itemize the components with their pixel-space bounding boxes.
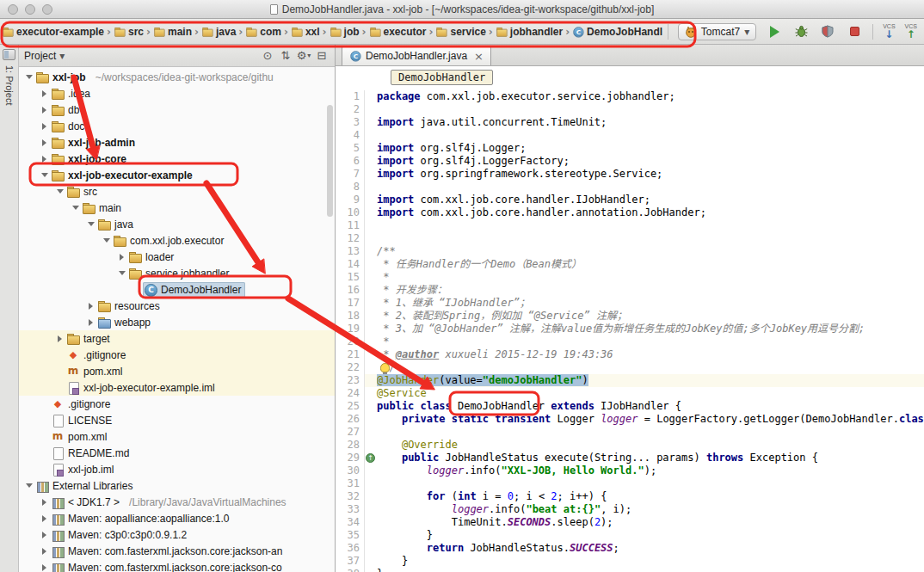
code-text: import org.slf4j.Logger; [377,142,924,155]
chevron-right-icon[interactable] [40,564,49,571]
code-line: 4 [336,129,924,142]
breadcrumb-item[interactable]: main [153,26,192,38]
breadcrumb-item[interactable]: executor-example [2,26,104,38]
chevron-right-icon[interactable] [40,499,49,506]
gutter-spacer [365,439,377,452]
tree-item[interactable]: External Libraries [19,477,335,494]
chevron-right-icon[interactable] [86,303,95,310]
chevron-down-icon[interactable] [102,238,111,243]
breadcrumb-item[interactable]: job [330,26,360,38]
tree-item[interactable]: db [19,101,335,118]
tree-item[interactable]: xxl-job.iml [19,461,335,477]
tree-item[interactable]: LICENSE [19,412,335,428]
chevron-down-icon[interactable] [71,206,80,210]
tree-item[interactable]: xxl-job~/workspaces/idea-git-workspace/g… [19,69,335,85]
tree-item-hint: /Library/Java/JavaVirtualMachines [129,496,286,508]
tree-item[interactable]: Maven: aopalliance:aopalliance:1.0 [19,510,335,526]
chevron-right-icon[interactable] [86,319,95,326]
chevron-down-icon[interactable] [40,173,49,177]
tree-item[interactable]: resources [19,298,335,314]
gear-icon[interactable]: ⚙▾ [296,48,311,64]
chevron-right-icon[interactable] [40,532,49,538]
tree-item[interactable]: .idea [19,85,335,101]
tree-item[interactable]: DemoJobHandler [19,281,335,298]
tree-item[interactable]: .gitignore [19,347,335,363]
chevron-down-icon[interactable] [55,189,65,194]
hide-panel-icon[interactable]: ⊟ [314,48,330,64]
code-line: 24@Service [336,387,924,400]
locate-file-icon[interactable]: ⊙ [260,48,275,64]
chevron-right-icon[interactable] [117,254,126,261]
chevron-right-icon[interactable] [40,156,49,163]
breadcrumb-item[interactable]: com [245,26,281,38]
debug-button[interactable] [792,23,810,40]
collapse-all-icon[interactable]: ⇅ [278,48,293,64]
tree-item[interactable]: pom.xml [19,363,335,379]
chevron-right-icon[interactable] [40,548,49,555]
run-button[interactable] [766,23,783,40]
tree-item[interactable]: Maven: c3p0:c3p0:0.9.1.2 [19,526,335,543]
tree-item[interactable]: webapp [19,314,335,330]
tree-item[interactable]: java [19,216,335,232]
coverage-shield-icon [822,25,834,38]
tree-item[interactable]: xxl-job-core [19,151,335,167]
close-tab-icon[interactable]: × [474,50,484,63]
chevron-down-icon[interactable] [86,222,95,226]
chevron-right-icon[interactable] [40,123,49,130]
project-scrollbar[interactable] [327,105,333,217]
tree-item[interactable]: com.xxl.job.executor [19,232,335,249]
intention-lightbulb-icon[interactable] [380,363,390,372]
tree-item[interactable]: xxl-job-executor-example.iml [19,379,335,396]
tree-item[interactable]: doc [19,118,335,134]
gutter-spacer [365,361,377,374]
tree-item[interactable]: main [19,200,335,216]
tree-item[interactable]: xxl-job-executor-example [19,167,335,183]
tree-item[interactable]: loader [19,249,335,265]
code-line: 1package com.xxl.job.executor.service.jo… [336,90,924,103]
override-gutter-icon[interactable]: ↑ [365,452,377,464]
tree-item[interactable]: xxl-job-admin [19,134,335,151]
breadcrumb-item[interactable]: service [435,26,485,38]
tree-item[interactable]: README.md [19,445,335,461]
chevron-down-icon[interactable] [24,483,34,488]
breadcrumb-item[interactable]: jobhandler [496,26,563,38]
tree-item[interactable]: target [19,330,335,347]
chevron-right-icon[interactable] [40,515,49,522]
tool-stripe-label[interactable]: 1: Project [4,65,15,105]
chevron-down-icon[interactable] [117,271,126,275]
tree-item[interactable]: Maven: com.fasterxml.jackson.core:jackso… [19,559,335,572]
tree-item-label: Maven: com.fasterxml.jackson.core:jackso… [68,545,282,557]
code-area[interactable]: 1package com.xxl.job.executor.service.jo… [336,89,924,572]
tree-item[interactable]: .gitignore [19,396,335,412]
minimize-window-button[interactable] [25,4,35,15]
chevron-down-icon[interactable] [24,75,34,79]
tree-item[interactable]: src [19,183,335,200]
project-panel-title[interactable]: Project [24,50,56,62]
zoom-window-button[interactable] [42,4,52,15]
project-tool-window-icon[interactable] [3,49,15,60]
vcs-update-button[interactable]: VCS ↓ [883,23,895,40]
tree-item[interactable]: pom.xml [19,428,335,445]
tab-demojobhandler[interactable]: DemoJobHandler.java × [342,46,491,65]
gutter-spacer [365,297,377,310]
tree-item[interactable]: service.jobhandler [19,265,335,281]
close-window-button[interactable] [8,4,18,15]
breadcrumb-item[interactable]: xxl [291,26,320,38]
code-line: 35 } [336,529,924,542]
vcs-commit-button[interactable]: VCS ↑ [905,23,917,40]
run-with-coverage-button[interactable] [819,23,836,40]
code-text: } [377,529,924,542]
tree-item[interactable]: Maven: com.fasterxml.jackson.core:jackso… [19,543,335,559]
stop-button[interactable] [846,23,863,40]
chevron-right-icon[interactable] [55,335,65,342]
breadcrumb-item[interactable]: src [114,26,144,38]
breadcrumb-item[interactable]: java [201,26,236,38]
chevron-right-icon[interactable] [40,107,49,114]
run-configuration-select[interactable]: Tomcat7 ▾ [678,23,756,40]
chevron-right-icon[interactable] [40,139,49,146]
chevron-right-icon[interactable] [40,90,49,97]
breadcrumb-item[interactable]: executor [369,26,427,38]
breadcrumb-item[interactable]: DemoJobHandler [572,26,662,38]
tree-item[interactable]: < JDK1.7 >/Library/Java/JavaVirtualMachi… [19,494,335,510]
chevron-down-icon[interactable]: ▾ [59,50,65,62]
